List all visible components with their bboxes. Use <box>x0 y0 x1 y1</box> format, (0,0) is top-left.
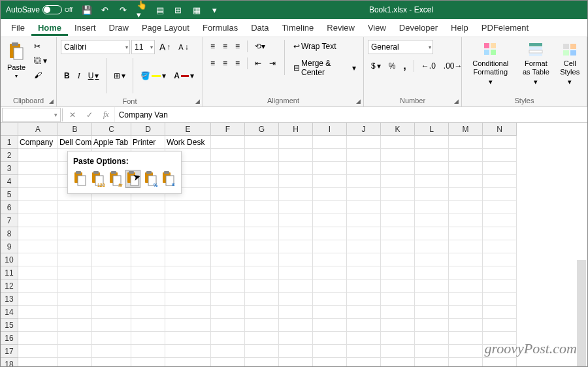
cell-J18[interactable] <box>347 358 381 367</box>
cell-I18[interactable] <box>313 358 347 367</box>
cell-J8[interactable] <box>347 227 381 240</box>
cell-H12[interactable] <box>279 279 313 293</box>
row-header-2[interactable]: 2 <box>1 149 18 162</box>
cell-C17[interactable] <box>92 345 131 358</box>
name-box[interactable]: ▾ <box>2 108 61 122</box>
cell-A12[interactable] <box>18 279 58 293</box>
cell-G1[interactable] <box>245 136 279 149</box>
cell-G2[interactable] <box>245 149 279 162</box>
increase-indent-button[interactable]: ⇥ <box>266 57 279 70</box>
cell-N9[interactable] <box>483 240 517 253</box>
cell-J4[interactable] <box>347 175 381 188</box>
cell-H8[interactable] <box>279 227 313 240</box>
tab-home[interactable]: Home <box>31 20 68 36</box>
cell-M14[interactable] <box>449 306 483 319</box>
cell-E16[interactable] <box>165 332 211 345</box>
tab-insert[interactable]: Insert <box>68 20 103 35</box>
cell-D18[interactable] <box>131 358 165 367</box>
scrollbar-thumb[interactable] <box>577 260 586 367</box>
cell-K18[interactable] <box>381 358 415 367</box>
cell-J13[interactable] <box>347 293 381 306</box>
cell-L15[interactable] <box>415 319 449 332</box>
touch-mode-icon[interactable]: 👆▾ <box>137 5 147 15</box>
cell-B7[interactable] <box>58 214 92 227</box>
cell-B8[interactable] <box>58 227 92 240</box>
cell-D15[interactable] <box>131 319 165 332</box>
cell-M5[interactable] <box>449 188 483 201</box>
cell-J15[interactable] <box>347 319 381 332</box>
cell-D8[interactable] <box>131 227 165 240</box>
cell-D6[interactable] <box>131 201 165 214</box>
cell-A6[interactable] <box>18 201 58 214</box>
cell-G4[interactable] <box>245 175 279 188</box>
font-size-select[interactable] <box>131 40 155 54</box>
row-header-16[interactable]: 16 <box>1 332 18 345</box>
row-header-8[interactable]: 8 <box>1 227 18 240</box>
cell-L9[interactable] <box>415 240 449 253</box>
cell-A17[interactable] <box>18 345 58 358</box>
paste-option-link[interactable]: ⤭ <box>161 170 176 188</box>
cell-B17[interactable] <box>58 345 92 358</box>
wrap-text-button[interactable]: ↩ Wrap Text <box>290 40 359 53</box>
cell-C11[interactable] <box>92 266 131 279</box>
cell-N12[interactable] <box>483 279 517 293</box>
cell-B9[interactable] <box>58 240 92 253</box>
row-header-13[interactable]: 13 <box>1 293 18 306</box>
align-right-button[interactable]: ≡ <box>232 57 243 70</box>
font-color-button[interactable]: A▾ <box>171 69 197 82</box>
tab-page-layout[interactable]: Page Layout <box>135 20 196 35</box>
cell-N14[interactable] <box>483 306 517 319</box>
column-header-A[interactable]: A <box>18 123 58 136</box>
cell-H13[interactable] <box>279 293 313 306</box>
cell-K6[interactable] <box>381 201 415 214</box>
cell-M10[interactable] <box>449 253 483 266</box>
cell-H9[interactable] <box>279 240 313 253</box>
cell-B1[interactable]: Dell Comp <box>58 136 92 149</box>
cell-A5[interactable] <box>18 188 58 201</box>
tab-formulas[interactable]: Formulas <box>196 20 244 35</box>
column-header-G[interactable]: G <box>245 123 279 136</box>
cell-J6[interactable] <box>347 201 381 214</box>
cell-I17[interactable] <box>313 345 347 358</box>
cell-J3[interactable] <box>347 162 381 175</box>
cell-C12[interactable] <box>92 279 131 293</box>
cell-D12[interactable] <box>131 279 165 293</box>
tab-review[interactable]: Review <box>320 20 361 35</box>
cell-A8[interactable] <box>18 227 58 240</box>
column-header-D[interactable]: D <box>131 123 165 136</box>
cell-E7[interactable] <box>165 214 211 227</box>
cell-A10[interactable] <box>18 253 58 266</box>
currency-button[interactable]: $ ▾ <box>368 59 384 72</box>
column-header-C[interactable]: C <box>92 123 131 136</box>
copy-button[interactable]: ⿻▾ <box>31 54 50 67</box>
cell-M11[interactable] <box>449 266 483 279</box>
cell-C9[interactable] <box>92 240 131 253</box>
cell-B6[interactable] <box>58 201 92 214</box>
cell-B12[interactable] <box>58 279 92 293</box>
row-header-10[interactable]: 10 <box>1 253 18 266</box>
cell-N1[interactable] <box>483 136 517 149</box>
cell-F7[interactable] <box>211 214 245 227</box>
cell-B11[interactable] <box>58 266 92 279</box>
cell-I8[interactable] <box>313 227 347 240</box>
bold-button[interactable]: B <box>61 69 73 82</box>
column-header-H[interactable]: H <box>279 123 313 136</box>
cell-N4[interactable] <box>483 175 517 188</box>
row-header-7[interactable]: 7 <box>1 214 18 227</box>
cell-N6[interactable] <box>483 201 517 214</box>
select-all-corner[interactable] <box>1 123 18 136</box>
cell-C10[interactable] <box>92 253 131 266</box>
cell-K15[interactable] <box>381 319 415 332</box>
undo-icon[interactable]: ↶ <box>100 5 110 15</box>
cell-L7[interactable] <box>415 214 449 227</box>
cell-B13[interactable] <box>58 293 92 306</box>
cell-K4[interactable] <box>381 175 415 188</box>
align-bottom-button[interactable]: ≡ <box>232 40 243 53</box>
cancel-formula-button[interactable]: ✕ <box>64 110 81 120</box>
cell-L5[interactable] <box>415 188 449 201</box>
cell-G7[interactable] <box>245 214 279 227</box>
cell-A7[interactable] <box>18 214 58 227</box>
cell-K5[interactable] <box>381 188 415 201</box>
cell-G12[interactable] <box>245 279 279 293</box>
cell-E18[interactable] <box>165 358 211 367</box>
